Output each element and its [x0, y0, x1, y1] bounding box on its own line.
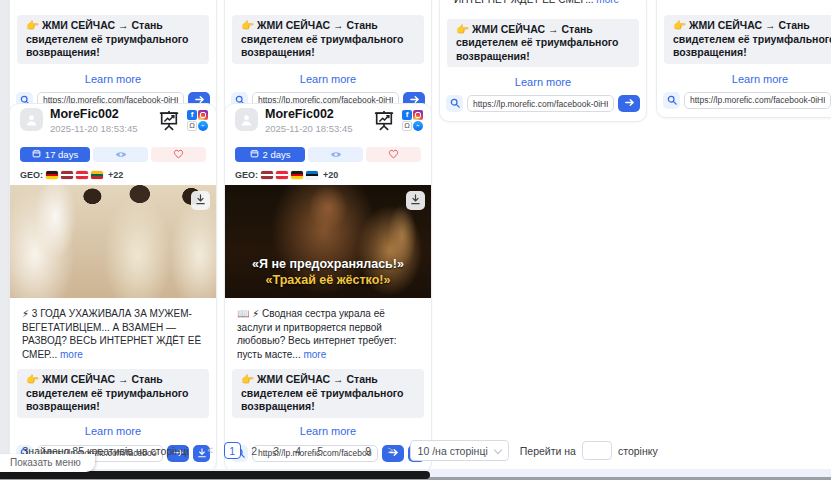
messenger-icon — [413, 121, 423, 131]
heart-icon — [173, 147, 184, 162]
eye-icon — [330, 147, 342, 162]
person-icon — [240, 113, 253, 126]
flag-icon — [291, 171, 303, 179]
placement-icons: f Ω — [402, 110, 423, 131]
card-actions: 17 days — [20, 147, 206, 162]
page-button-1[interactable]: 1 — [224, 442, 241, 459]
next-page-button[interactable]: > — [382, 442, 399, 459]
download-icon — [410, 193, 421, 208]
geo-row: GEO: +22 — [20, 170, 206, 180]
overlay-line-2: «Трахай её жёстко!» — [225, 272, 431, 288]
learn-more-link[interactable]: Learn more — [225, 425, 431, 437]
open-url-button[interactable] — [618, 95, 640, 112]
promo-text: 👉 ЖМИ СЕЙЧАС → Стань свидетелем её триум… — [17, 15, 209, 64]
learn-more-link[interactable]: Learn more — [10, 73, 216, 85]
image-overlay-text: «Я не предохранялась!» «Трахай её жёстко… — [225, 256, 431, 288]
learn-more-link[interactable]: Learn more — [657, 73, 831, 85]
pagination-bar: Знайдено 85 креативів на сторінці < 1 2 … — [22, 440, 658, 461]
placement-icons: f Ω — [187, 110, 208, 131]
search-icon — [450, 96, 460, 111]
person-icon — [25, 113, 38, 126]
ad-card: MoreFic002 2025-11-20 18:53:45 f Ω 2 day… — [224, 103, 432, 472]
more-link[interactable]: more — [60, 349, 83, 360]
page-button-5[interactable]: 5 — [312, 442, 329, 459]
header-icons: f Ω — [158, 110, 208, 135]
flag-icon — [76, 171, 88, 179]
card-actions: 2 days — [235, 147, 421, 162]
geo-row: GEO: +20 — [235, 170, 421, 180]
hidden-menu-bar[interactable] — [0, 471, 430, 479]
promo-text: 👉 ЖМИ СЕЙЧАС → Стань свидетелем её триум… — [664, 15, 831, 64]
page-button-2[interactable]: 2 — [246, 442, 263, 459]
page-button-3[interactable]: 3 — [268, 442, 285, 459]
advertiser-name[interactable]: MoreFic002 — [265, 108, 373, 121]
heart-icon — [388, 147, 399, 162]
presentation-chart-icon[interactable] — [373, 110, 395, 135]
search-button[interactable] — [663, 92, 680, 109]
goto-prefix-label: Перейти на — [520, 445, 576, 457]
flag-icon — [306, 171, 318, 179]
instagram-icon — [413, 110, 423, 120]
show-menu-tooltip[interactable]: Показать меню — [0, 454, 95, 472]
card-header: MoreFic002 2025-11-20 18:53:45 f Ω — [10, 104, 216, 135]
advertiser-name[interactable]: MoreFic002 — [50, 108, 158, 121]
creatives-library-page: 👉 ЖМИ СЕЙЧАС → Стань свидетелем её триум… — [0, 0, 831, 480]
presentation-chart-icon[interactable] — [158, 110, 180, 135]
learn-more-link[interactable]: Learn more — [440, 76, 646, 88]
flag-icon — [46, 171, 58, 179]
goto-page-input[interactable] — [582, 441, 612, 460]
geo-more-count[interactable]: +22 — [108, 170, 123, 180]
overlay-line-1: «Я не предохранялась!» — [225, 256, 431, 272]
landing-url-input[interactable] — [467, 95, 614, 112]
calendar-icon — [32, 149, 41, 160]
flag-icon — [61, 171, 73, 179]
advertiser-info: MoreFic002 2025-11-20 18:53:45 — [50, 108, 158, 134]
views-button[interactable] — [308, 147, 363, 162]
page-size-select[interactable]: 10 /на сторінці — [410, 440, 509, 461]
ad-description: 📖 ⚡ Сводная сестра украла её заслуги и п… — [237, 307, 419, 361]
creative-date: 2025-11-20 18:53:45 — [50, 123, 158, 134]
favorite-button[interactable] — [366, 147, 421, 162]
page-left-edge — [0, 0, 9, 480]
messenger-icon — [198, 121, 208, 131]
landing-url-input[interactable] — [684, 92, 831, 109]
flag-icon — [91, 171, 103, 179]
avatar — [20, 108, 43, 131]
ad-card-partial: 👉 ЖМИ СЕЙЧАС → Стань свидетелем её триум… — [224, 0, 432, 118]
more-link[interactable]: more — [303, 349, 326, 360]
days-active-badge[interactable]: 17 days — [20, 147, 90, 162]
url-row — [663, 92, 831, 109]
days-active-badge[interactable]: 2 days — [235, 147, 305, 162]
chevron-down-icon — [494, 445, 502, 453]
ad-card-partial: 👉 ЖМИ СЕЙЧАС → Стань свидетелем её триум… — [9, 0, 217, 118]
page-button-4[interactable]: 4 — [290, 442, 307, 459]
eye-icon — [115, 147, 127, 162]
arrow-right-icon — [624, 96, 635, 111]
avatar — [235, 108, 258, 131]
facebook-icon: f — [402, 110, 412, 120]
facebook-icon: f — [187, 110, 197, 120]
creative-image-dark-glass-scene[interactable]: «Я не предохранялась!» «Трахай её жёстко… — [225, 185, 431, 298]
more-link[interactable]: more — [596, 0, 619, 5]
page-button-9[interactable]: 9 — [360, 442, 377, 459]
promo-text: 👉 ЖМИ СЕЙЧАС → Стань свидетелем её триум… — [17, 369, 209, 418]
search-icon — [667, 93, 677, 108]
goto-page-group: Перейти на сторінку — [520, 441, 658, 460]
geo-label: GEO: — [235, 170, 258, 180]
learn-more-link[interactable]: Learn more — [225, 73, 431, 85]
ad-card-partial: 👉 ЖМИ СЕЙЧАС → Стань свидетелем её триум… — [656, 0, 831, 118]
calendar-icon — [250, 149, 259, 160]
search-button[interactable] — [446, 95, 463, 112]
prev-page-button[interactable]: < — [202, 442, 219, 459]
views-button[interactable] — [93, 147, 148, 162]
learn-more-link[interactable]: Learn more — [10, 425, 216, 437]
geo-more-count[interactable]: +20 — [323, 170, 338, 180]
creative-image-wedding-scene[interactable] — [10, 185, 216, 298]
download-image-button[interactable] — [191, 191, 210, 210]
favorite-button[interactable] — [151, 147, 206, 162]
download-image-button[interactable] — [406, 191, 425, 210]
ad-description-tail: ИНТЕРНЕТ ЖДЁТ ЕЁ СМЕР... more — [454, 0, 632, 7]
goto-suffix-label: сторінку — [618, 445, 658, 457]
days-label: 2 days — [263, 149, 291, 160]
pages-ellipsis[interactable]: ··· — [334, 442, 355, 459]
